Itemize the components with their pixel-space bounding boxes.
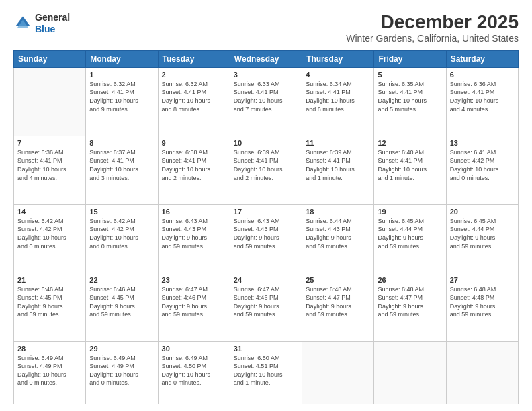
day-info: Sunrise: 6:36 AM Sunset: 4:41 PM Dayligh… — [17, 148, 82, 182]
calendar-title: December 2025 — [346, 12, 519, 33]
calendar-week-5: 28Sunrise: 6:49 AM Sunset: 4:49 PM Dayli… — [14, 341, 519, 404]
day-info: Sunrise: 6:45 AM Sunset: 4:44 PM Dayligh… — [450, 217, 515, 250]
day-info: Sunrise: 6:45 AM Sunset: 4:44 PM Dayligh… — [378, 217, 442, 250]
day-info: Sunrise: 6:32 AM Sunset: 4:41 PM Dayligh… — [162, 80, 226, 113]
calendar-cell: 1Sunrise: 6:32 AM Sunset: 4:41 PM Daylig… — [86, 67, 158, 136]
day-info: Sunrise: 6:47 AM Sunset: 4:46 PM Dayligh… — [162, 285, 226, 319]
col-sunday: Sunday — [14, 50, 86, 67]
day-number: 1 — [89, 71, 154, 79]
day-info: Sunrise: 6:46 AM Sunset: 4:45 PM Dayligh… — [17, 285, 82, 319]
day-info: Sunrise: 6:41 AM Sunset: 4:42 PM Dayligh… — [450, 148, 515, 182]
calendar-cell: 3Sunrise: 6:33 AM Sunset: 4:41 PM Daylig… — [230, 67, 302, 136]
calendar-cell: 15Sunrise: 6:42 AM Sunset: 4:42 PM Dayli… — [86, 204, 158, 273]
day-info: Sunrise: 6:38 AM Sunset: 4:41 PM Dayligh… — [162, 148, 226, 182]
day-number: 15 — [89, 208, 154, 216]
col-friday: Friday — [374, 50, 446, 67]
page: General Blue December 2025 Winter Garden… — [0, 0, 532, 411]
day-number: 19 — [378, 208, 442, 216]
calendar-cell: 12Sunrise: 6:40 AM Sunset: 4:41 PM Dayli… — [374, 136, 446, 204]
calendar-cell: 16Sunrise: 6:43 AM Sunset: 4:43 PM Dayli… — [158, 204, 230, 273]
day-info: Sunrise: 6:42 AM Sunset: 4:42 PM Dayligh… — [89, 217, 154, 250]
day-number: 27 — [450, 276, 515, 284]
logo-blue: Blue — [35, 24, 70, 35]
calendar-cell: 14Sunrise: 6:42 AM Sunset: 4:42 PM Dayli… — [14, 204, 86, 273]
day-info: Sunrise: 6:49 AM Sunset: 4:49 PM Dayligh… — [17, 354, 82, 387]
day-number: 3 — [234, 71, 298, 79]
calendar-cell: 21Sunrise: 6:46 AM Sunset: 4:45 PM Dayli… — [14, 273, 86, 341]
day-number: 4 — [306, 71, 370, 79]
col-tuesday: Tuesday — [158, 50, 230, 67]
day-info: Sunrise: 6:37 AM Sunset: 4:41 PM Dayligh… — [89, 148, 154, 182]
day-number: 30 — [162, 345, 226, 353]
calendar-cell: 26Sunrise: 6:48 AM Sunset: 4:47 PM Dayli… — [374, 273, 446, 341]
calendar-cell: 5Sunrise: 6:35 AM Sunset: 4:41 PM Daylig… — [374, 67, 446, 136]
calendar-cell: 10Sunrise: 6:39 AM Sunset: 4:41 PM Dayli… — [230, 136, 302, 204]
day-info: Sunrise: 6:39 AM Sunset: 4:41 PM Dayligh… — [306, 148, 370, 182]
day-info: Sunrise: 6:49 AM Sunset: 4:49 PM Dayligh… — [89, 354, 154, 387]
day-number: 16 — [162, 208, 226, 216]
day-number: 24 — [234, 276, 298, 284]
day-number: 9 — [162, 139, 226, 147]
day-number: 21 — [17, 276, 82, 284]
logo: General Blue — [13, 12, 70, 35]
col-thursday: Thursday — [302, 50, 374, 67]
calendar-subtitle: Winter Gardens, California, United State… — [346, 33, 519, 44]
day-info: Sunrise: 6:32 AM Sunset: 4:41 PM Dayligh… — [89, 80, 154, 113]
day-info: Sunrise: 6:48 AM Sunset: 4:47 PM Dayligh… — [306, 285, 370, 319]
calendar-cell: 20Sunrise: 6:45 AM Sunset: 4:44 PM Dayli… — [446, 204, 518, 273]
day-number: 10 — [234, 139, 298, 147]
day-info: Sunrise: 6:36 AM Sunset: 4:41 PM Dayligh… — [450, 80, 515, 113]
calendar-cell: 11Sunrise: 6:39 AM Sunset: 4:41 PM Dayli… — [302, 136, 374, 204]
day-info: Sunrise: 6:50 AM Sunset: 4:51 PM Dayligh… — [234, 354, 298, 387]
header-row: Sunday Monday Tuesday Wednesday Thursday… — [14, 50, 519, 67]
col-monday: Monday — [86, 50, 158, 67]
calendar-cell: 27Sunrise: 6:48 AM Sunset: 4:48 PM Dayli… — [446, 273, 518, 341]
calendar-cell: 28Sunrise: 6:49 AM Sunset: 4:49 PM Dayli… — [14, 341, 86, 404]
day-number: 18 — [306, 208, 370, 216]
calendar-cell: 22Sunrise: 6:46 AM Sunset: 4:45 PM Dayli… — [86, 273, 158, 341]
col-wednesday: Wednesday — [230, 50, 302, 67]
calendar-cell: 30Sunrise: 6:49 AM Sunset: 4:50 PM Dayli… — [158, 341, 230, 404]
calendar-cell: 13Sunrise: 6:41 AM Sunset: 4:42 PM Dayli… — [446, 136, 518, 204]
day-info: Sunrise: 6:39 AM Sunset: 4:41 PM Dayligh… — [234, 148, 298, 182]
day-number: 5 — [378, 71, 442, 79]
calendar-cell: 4Sunrise: 6:34 AM Sunset: 4:41 PM Daylig… — [302, 67, 374, 136]
day-info: Sunrise: 6:42 AM Sunset: 4:42 PM Dayligh… — [17, 217, 82, 250]
day-number: 13 — [450, 139, 515, 147]
day-number: 26 — [378, 276, 442, 284]
day-info: Sunrise: 6:48 AM Sunset: 4:48 PM Dayligh… — [450, 285, 515, 319]
day-info: Sunrise: 6:43 AM Sunset: 4:43 PM Dayligh… — [162, 217, 226, 250]
calendar-table: Sunday Monday Tuesday Wednesday Thursday… — [13, 50, 519, 404]
calendar-cell: 24Sunrise: 6:47 AM Sunset: 4:46 PM Dayli… — [230, 273, 302, 341]
day-number: 6 — [450, 71, 515, 79]
calendar-cell: 19Sunrise: 6:45 AM Sunset: 4:44 PM Dayli… — [374, 204, 446, 273]
calendar-cell: 17Sunrise: 6:43 AM Sunset: 4:43 PM Dayli… — [230, 204, 302, 273]
day-number: 20 — [450, 208, 515, 216]
day-number: 12 — [378, 139, 442, 147]
calendar-cell — [374, 341, 446, 404]
day-number: 8 — [89, 139, 154, 147]
day-info: Sunrise: 6:35 AM Sunset: 4:41 PM Dayligh… — [378, 80, 442, 113]
calendar-cell — [14, 67, 86, 136]
day-number: 2 — [162, 71, 226, 79]
calendar-cell: 29Sunrise: 6:49 AM Sunset: 4:49 PM Dayli… — [86, 341, 158, 404]
calendar-week-1: 1Sunrise: 6:32 AM Sunset: 4:41 PM Daylig… — [14, 67, 519, 136]
logo-general: General — [35, 12, 70, 24]
calendar-week-2: 7Sunrise: 6:36 AM Sunset: 4:41 PM Daylig… — [14, 136, 519, 204]
day-info: Sunrise: 6:49 AM Sunset: 4:50 PM Dayligh… — [162, 354, 226, 387]
calendar-cell: 25Sunrise: 6:48 AM Sunset: 4:47 PM Dayli… — [302, 273, 374, 341]
calendar-cell: 2Sunrise: 6:32 AM Sunset: 4:41 PM Daylig… — [158, 67, 230, 136]
calendar-cell: 31Sunrise: 6:50 AM Sunset: 4:51 PM Dayli… — [230, 341, 302, 404]
day-number: 23 — [162, 276, 226, 284]
day-info: Sunrise: 6:43 AM Sunset: 4:43 PM Dayligh… — [234, 217, 298, 250]
day-number: 7 — [17, 139, 82, 147]
day-info: Sunrise: 6:44 AM Sunset: 4:43 PM Dayligh… — [306, 217, 370, 250]
day-info: Sunrise: 6:34 AM Sunset: 4:41 PM Dayligh… — [306, 80, 370, 113]
calendar-cell: 18Sunrise: 6:44 AM Sunset: 4:43 PM Dayli… — [302, 204, 374, 273]
day-info: Sunrise: 6:46 AM Sunset: 4:45 PM Dayligh… — [89, 285, 154, 319]
day-number: 11 — [306, 139, 370, 147]
day-number: 28 — [17, 345, 82, 353]
calendar-cell: 9Sunrise: 6:38 AM Sunset: 4:41 PM Daylig… — [158, 136, 230, 204]
day-info: Sunrise: 6:48 AM Sunset: 4:47 PM Dayligh… — [378, 285, 442, 319]
header: General Blue December 2025 Winter Garden… — [13, 12, 519, 44]
